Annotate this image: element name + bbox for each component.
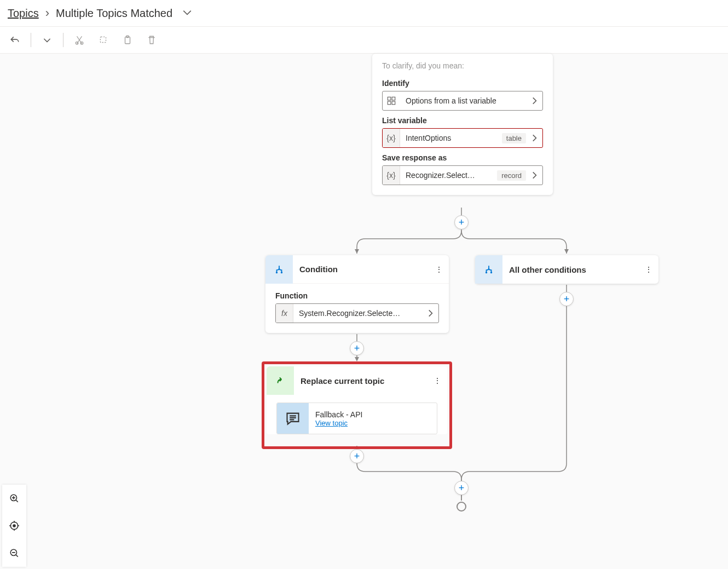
toolbar-divider bbox=[31, 33, 31, 47]
replace-topic-node-highlighted: Replace current topic ⋮ Fallback - API V… bbox=[262, 361, 452, 449]
undo-dropdown-button[interactable] bbox=[38, 31, 56, 49]
condition-title: Condition bbox=[293, 265, 429, 274]
all-other-title: All other conditions bbox=[502, 265, 639, 274]
fx-icon: fx bbox=[276, 304, 293, 323]
delete-button[interactable] bbox=[142, 31, 161, 49]
variable-icon: {x} bbox=[383, 166, 400, 185]
function-label: Function bbox=[275, 291, 439, 300]
add-node-button[interactable]: + bbox=[559, 292, 574, 306]
cut-button[interactable] bbox=[70, 31, 89, 49]
add-node-button[interactable]: + bbox=[454, 215, 469, 229]
svg-rect-11 bbox=[392, 101, 395, 105]
save-response-label: Save response as bbox=[382, 153, 543, 162]
all-other-conditions-node[interactable]: All other conditions ⋮ bbox=[475, 255, 658, 284]
add-node-button[interactable]: + bbox=[350, 341, 364, 355]
chevron-right-icon bbox=[526, 170, 542, 180]
copy-button[interactable] bbox=[94, 31, 113, 49]
identify-selector[interactable]: Options from a list variable bbox=[382, 91, 543, 111]
node-more-button[interactable]: ⋮ bbox=[639, 255, 658, 284]
list-variable-type-badge: table bbox=[502, 133, 526, 143]
zoom-out-button[interactable] bbox=[2, 539, 26, 567]
variable-icon: {x} bbox=[383, 129, 400, 147]
topic-icon bbox=[277, 403, 309, 434]
svg-rect-3 bbox=[125, 37, 130, 43]
svg-rect-2 bbox=[100, 37, 106, 42]
options-list-icon bbox=[383, 91, 400, 110]
toolbar-divider bbox=[63, 33, 63, 47]
zoom-in-button[interactable] bbox=[2, 485, 26, 512]
add-node-button[interactable]: + bbox=[350, 449, 364, 463]
breadcrumb-current: Multiple Topics Matched bbox=[56, 7, 172, 20]
list-variable-value: IntentOptions bbox=[400, 134, 499, 142]
topic-reference[interactable]: Fallback - API View topic bbox=[276, 403, 437, 434]
breadcrumb-chevron-down-icon[interactable] bbox=[182, 8, 192, 19]
paste-button[interactable] bbox=[118, 31, 137, 49]
svg-rect-10 bbox=[388, 101, 391, 105]
branch-icon bbox=[265, 255, 293, 284]
question-node[interactable]: To clarify, did you mean: Identify Optio… bbox=[372, 54, 553, 195]
svg-point-14 bbox=[486, 272, 487, 273]
node-more-button[interactable]: ⋮ bbox=[427, 366, 447, 395]
svg-point-17 bbox=[13, 524, 16, 527]
svg-marker-7 bbox=[355, 357, 359, 361]
topic-name: Fallback - API bbox=[315, 410, 362, 419]
svg-point-13 bbox=[281, 271, 282, 273]
svg-marker-6 bbox=[564, 249, 569, 254]
identify-label: Identify bbox=[382, 79, 543, 88]
replace-topic-title: Replace current topic bbox=[294, 376, 427, 386]
branch-icon bbox=[475, 255, 502, 284]
toolbar bbox=[0, 26, 728, 54]
save-response-selector[interactable]: {x} Recognizer.Select… record bbox=[382, 165, 543, 185]
svg-marker-5 bbox=[355, 249, 359, 254]
save-response-type-badge: record bbox=[497, 170, 526, 181]
breadcrumb-separator-icon bbox=[45, 6, 49, 20]
svg-rect-8 bbox=[388, 97, 391, 100]
undo-button[interactable] bbox=[5, 31, 24, 49]
condition-node[interactable]: Condition ⋮ Function fx System.Recognize… bbox=[265, 255, 449, 333]
breadcrumb: Topics Multiple Topics Matched bbox=[0, 0, 728, 26]
question-prompt-text: To clarify, did you mean: bbox=[382, 61, 543, 73]
fit-view-button[interactable] bbox=[2, 512, 26, 539]
list-variable-label: List variable bbox=[382, 116, 543, 125]
save-response-value: Recognizer.Select… bbox=[400, 171, 494, 180]
identify-value: Options from a list variable bbox=[400, 96, 526, 105]
replace-topic-icon bbox=[267, 366, 294, 395]
function-value: System.Recognizer.Selecte… bbox=[293, 309, 422, 318]
chevron-right-icon bbox=[422, 308, 438, 318]
view-topic-link[interactable]: View topic bbox=[315, 419, 362, 427]
breadcrumb-root-link[interactable]: Topics bbox=[8, 7, 39, 20]
svg-point-15 bbox=[490, 272, 492, 273]
node-more-button[interactable]: ⋮ bbox=[429, 255, 449, 284]
add-node-button[interactable]: + bbox=[454, 481, 469, 495]
svg-point-12 bbox=[276, 271, 278, 273]
list-variable-selector[interactable]: {x} IntentOptions table bbox=[382, 128, 543, 148]
chevron-right-icon bbox=[526, 96, 542, 106]
canvas[interactable]: To clarify, did you mean: Identify Optio… bbox=[0, 54, 728, 569]
svg-rect-9 bbox=[392, 97, 395, 100]
end-node bbox=[457, 502, 466, 511]
chevron-right-icon bbox=[526, 133, 542, 143]
function-selector[interactable]: fx System.Recognizer.Selecte… bbox=[275, 303, 439, 323]
zoom-controls bbox=[2, 485, 26, 567]
